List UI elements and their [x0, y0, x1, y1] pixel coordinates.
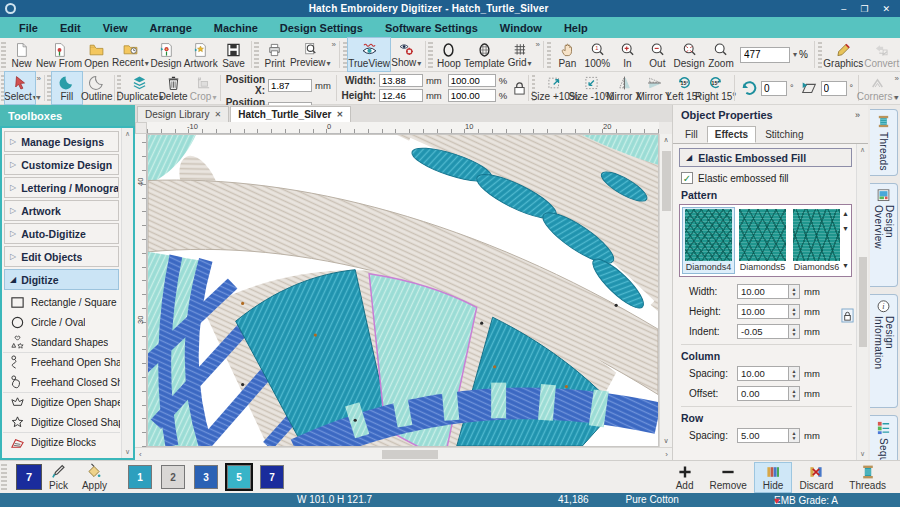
menu-view[interactable]: View [92, 22, 139, 34]
pattern-height-input[interactable]: 10.00 [737, 304, 789, 319]
scroll-down-arrow[interactable]: ∨ [663, 435, 668, 447]
toolbar-overflow-chevron[interactable]: » [536, 40, 540, 49]
close-tab-icon[interactable]: ✕ [214, 110, 221, 119]
toolbox-artwork[interactable]: ▷Artwork [4, 200, 119, 221]
zoom-in-button[interactable]: In [612, 38, 642, 71]
tool-freehand-closed-shape[interactable]: Freehand Closed Sh... [3, 372, 120, 392]
toolbar-grip[interactable] [254, 41, 259, 68]
tab-stitching[interactable]: Stitching [757, 126, 811, 143]
scrollbar-thumb[interactable] [859, 257, 867, 347]
menu-help[interactable]: Help [553, 22, 599, 34]
scroll-down-arrow[interactable]: ▼ [842, 225, 849, 232]
close-tab-icon[interactable]: ✕ [336, 110, 343, 119]
hoop-button[interactable]: Hoop [434, 38, 464, 71]
toolbox-digitize[interactable]: ◢Digitize [4, 269, 119, 290]
tab-threads[interactable]: Threads [870, 109, 898, 176]
artwork-file-button[interactable]: Artwork [183, 38, 219, 71]
color-swatch-7[interactable]: 7 [260, 465, 284, 489]
menu-software-settings[interactable]: Software Settings [374, 22, 489, 34]
rotate-angle-input[interactable] [761, 81, 787, 96]
scroll-up-arrow[interactable]: ∧ [125, 130, 130, 138]
row-spacing-input[interactable]: 5.00 [737, 428, 789, 443]
properties-scrollbar[interactable]: ∧ ∨ [856, 144, 868, 460]
scroll-right-arrow[interactable]: › [661, 450, 672, 459]
minimize-button[interactable]: – [841, 4, 846, 14]
color-swatch-3[interactable]: 3 [194, 465, 218, 489]
pattern-diamonds6[interactable]: Diamonds6 [791, 208, 842, 273]
hide-colors-button[interactable]: Hide [755, 463, 792, 492]
zoom-out-button[interactable]: Out [642, 38, 672, 71]
pattern-diamonds5[interactable]: Diamonds5 [737, 208, 788, 273]
zoom-percent-input[interactable] [740, 47, 790, 63]
add-color-button[interactable]: Add [668, 463, 702, 492]
tab-design-overview[interactable]: Design Overview [870, 183, 898, 287]
menu-machine[interactable]: Machine [203, 22, 269, 34]
save-button[interactable]: Save [219, 38, 249, 71]
skew-angle-input[interactable] [821, 81, 847, 96]
scroll-down-arrow[interactable]: ∨ [860, 450, 865, 458]
tool-digitize-open-shape[interactable]: Digitize Open Shape [3, 392, 120, 412]
discard-colors-button[interactable]: Discard [791, 463, 841, 492]
width-input[interactable] [379, 74, 423, 87]
pattern-scrollbar[interactable]: ▲ ▼ ▼ [842, 208, 849, 273]
zoom-tool-button[interactable]: Zoom [706, 38, 736, 71]
canvas-vertical-scrollbar[interactable]: ∧ ∨ [659, 134, 672, 447]
toolbar-grip[interactable] [47, 75, 50, 101]
toolbar-grip[interactable] [343, 41, 348, 68]
tab-design-library[interactable]: Design Library ✕ [137, 106, 229, 122]
select-more-arrow[interactable]: ▾ [36, 93, 40, 102]
fill-button[interactable]: Fill [52, 72, 82, 104]
scroll-left-arrow[interactable]: ‹ [135, 450, 146, 459]
remove-color-button[interactable]: Remove [702, 463, 755, 492]
toolbar-overflow-chevron[interactable]: » [36, 74, 40, 83]
canvas-horizontal-scrollbar[interactable]: ‹ › [135, 447, 672, 460]
spinner-control[interactable]: ▲▼ [789, 386, 800, 401]
zoom-design-button[interactable]: Design [672, 38, 706, 71]
rotate-right-15-button[interactable]: 15° Right 15° [699, 72, 732, 104]
close-button[interactable]: ✕ [882, 4, 890, 14]
convert-button[interactable]: Convert [863, 38, 900, 71]
tab-design-information[interactable]: i Design Information [870, 294, 898, 408]
recent-button[interactable]: Recent▾ [111, 38, 149, 71]
graphics-button[interactable]: Graphics [823, 38, 863, 71]
scrollbar-thumb[interactable] [662, 151, 671, 211]
scroll-up-arrow[interactable]: ∧ [663, 134, 668, 146]
toolbox-customize-design[interactable]: ▷Customize Design [4, 154, 119, 175]
mirror-x-button[interactable]: Mirror X [609, 72, 639, 104]
show-dropdown-arrow[interactable]: ▾ [417, 59, 421, 68]
panel-collapse-arrow[interactable]: » [855, 110, 860, 120]
spinner-control[interactable]: ▲▼ [789, 428, 800, 443]
apply-color-button[interactable]: Apply [82, 463, 107, 491]
menu-file[interactable]: File [8, 22, 49, 34]
scroll-end-arrow[interactable]: ▼ [842, 262, 849, 269]
tool-freehand-open-shape[interactable]: Freehand Open Sha... [3, 352, 120, 372]
scale-x-input[interactable] [448, 74, 496, 87]
height-input[interactable] [379, 89, 423, 102]
tab-effects[interactable]: Effects [707, 126, 756, 143]
grid-button[interactable]: Grid▾ [505, 38, 535, 71]
zoom-percent-dropdown-arrow[interactable]: ▾ [793, 50, 797, 59]
color-swatch-2[interactable]: 2 [161, 465, 185, 489]
toolbox-lettering-monogram[interactable]: ▷Lettering / Monogram... [4, 177, 119, 198]
scroll-down-arrow[interactable]: ∨ [125, 448, 130, 456]
spinner-control[interactable]: ▲▼ [789, 324, 800, 339]
scroll-up-arrow[interactable]: ▲ [842, 210, 849, 217]
toolbar-grip[interactable] [818, 41, 823, 68]
tab-hatch-turtle-silver[interactable]: Hatch_Turtle_Silver ✕ [230, 106, 351, 122]
template-button[interactable]: Template [464, 38, 505, 71]
menu-design-settings[interactable]: Design Settings [269, 22, 374, 34]
tool-rectangle-square[interactable]: Rectangle / Square [3, 292, 120, 312]
color-swatch-1[interactable]: 1 [128, 465, 152, 489]
toolbar-grip[interactable] [1, 41, 6, 68]
crop-button[interactable]: Crop▾ [188, 72, 218, 104]
pattern-width-input[interactable]: 10.00 [737, 284, 789, 299]
corners-button[interactable]: Corners▾ [861, 72, 894, 104]
show-button[interactable]: Show▾ [390, 38, 423, 71]
position-x-input[interactable] [268, 79, 312, 92]
zoom-100-button[interactable]: 1 100% [582, 38, 612, 71]
pan-button[interactable]: Pan [552, 38, 582, 71]
design-file-button[interactable]: Design [149, 38, 183, 71]
aspect-lock[interactable] [841, 308, 854, 325]
tool-standard-shapes[interactable]: Standard Shapes [3, 332, 120, 352]
tool-digitize-closed-shape[interactable]: Digitize Closed Shape [3, 412, 120, 432]
